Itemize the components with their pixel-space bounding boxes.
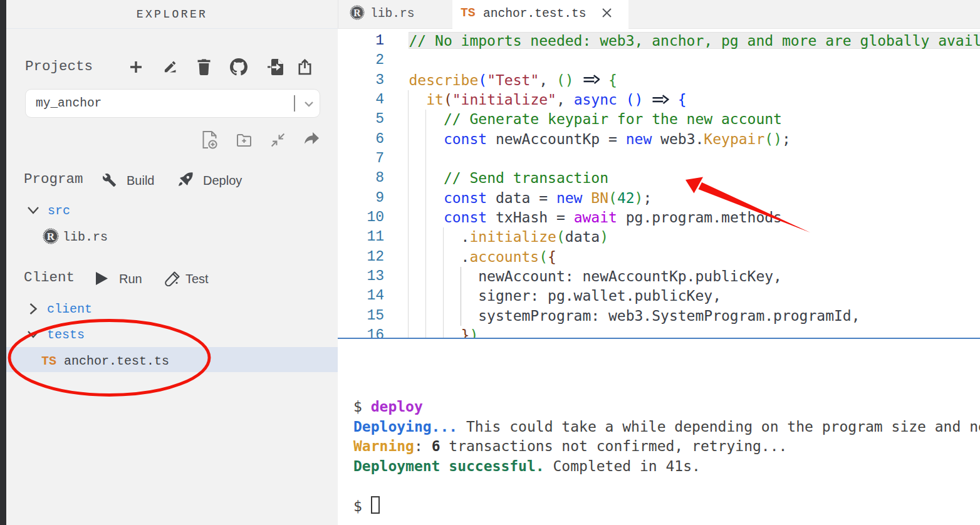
svg-text:R: R: [353, 8, 361, 18]
svg-text:R: R: [47, 231, 55, 242]
